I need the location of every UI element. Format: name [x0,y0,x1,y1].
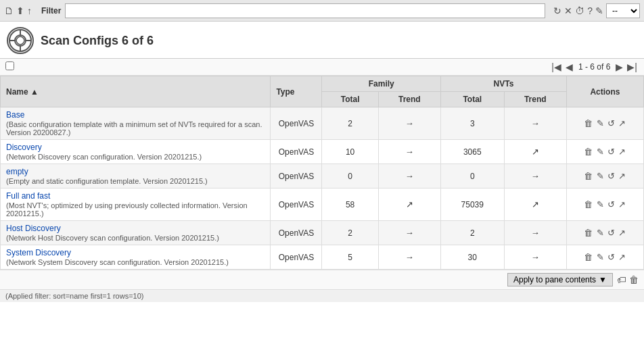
row-name-cell: System Discovery (Network System Discove… [1,245,271,270]
footer-delete-icon[interactable]: 🗑 [629,274,639,285]
clone-icon[interactable]: ↺ [607,171,615,181]
export-row-icon[interactable]: ↗ [618,228,626,238]
row-family-trend: → [378,164,440,189]
row-nvts-total: 75039 [440,189,504,221]
row-name-cell: Base (Basic configuration template with … [1,107,271,140]
refresh-icon[interactable]: ↻ [553,5,561,16]
export-row-icon[interactable]: ↗ [618,171,626,181]
row-name-link[interactable]: Full and fast [6,191,50,201]
row-family-total: 2 [322,221,378,245]
row-family-total: 2 [322,107,378,140]
row-desc: (Network Host Discovery scan configurati… [6,234,264,242]
toolbar: 🗋 ⬆ ↑ Filter ↻ ✕ ⏱ ? ✎ -- [0,0,644,22]
pagination-text: 1 - 6 of 6 [578,62,610,72]
edit-icon[interactable]: ✎ [597,171,604,181]
row-type: OpenVAS [271,164,322,189]
edit-filter-icon[interactable]: ✎ [595,5,603,16]
row-name-cell: empty (Empty and static configuration te… [1,164,271,189]
row-name-link[interactable]: System Discovery [6,248,71,257]
delete-icon[interactable]: 🗑 [584,147,593,157]
edit-icon[interactable]: ✎ [597,252,604,262]
upload-icon[interactable]: ⬆ [16,5,24,16]
row-actions: 🗑 ✎ ↺ ↗ [566,221,643,245]
row-nvts-trend: → [504,221,566,245]
apply-to-pane-btn[interactable]: Apply to pane contents ▼ [507,273,613,286]
col-nvts-group: NVTs [440,76,566,92]
table-row: Discovery (Network Discovery scan config… [1,140,644,164]
row-name-link[interactable]: Discovery [6,143,42,152]
export-row-icon[interactable]: ↗ [618,118,626,128]
filter-select[interactable]: -- [606,3,640,18]
row-name-link[interactable]: Host Discovery [6,224,61,233]
subheader: |◀ ◀ 1 - 6 of 6 ▶ ▶| [0,59,644,76]
table-footer: Apply to pane contents ▼ 🏷 🗑 [0,270,644,289]
row-type: OpenVAS [271,245,322,270]
table-row: System Discovery (Network System Discove… [1,245,644,270]
edit-icon[interactable]: ✎ [597,118,604,128]
row-family-total: 58 [322,189,378,221]
row-desc: (Most NVT's; optimized by using previous… [6,201,264,218]
first-page-btn[interactable]: |◀ [550,61,563,72]
table-row: Full and fast (Most NVT's; optimized by … [1,189,644,221]
row-nvts-trend: → [504,245,566,270]
row-name-link[interactable]: Base [6,110,24,120]
scan-configs-icon [7,27,34,54]
toolbar-right: ↻ ✕ ⏱ ? ✎ -- [553,3,640,18]
clone-icon[interactable]: ↺ [607,228,615,238]
col-name: Name ▲ [1,76,271,107]
export-row-icon[interactable]: ↗ [618,147,626,157]
page-header: Scan Configs 6 of 6 [0,22,644,59]
help-icon[interactable]: ? [587,5,593,16]
edit-icon[interactable]: ✎ [597,147,604,157]
next-page-btn[interactable]: ▶ [614,61,624,72]
row-nvts-total: 2 [440,221,504,245]
prev-page-btn[interactable]: ◀ [564,61,574,72]
row-desc: (Network System Discovery scan configura… [6,258,264,266]
col-actions: Actions [566,76,643,107]
timer-icon[interactable]: ⏱ [575,5,584,16]
delete-icon[interactable]: 🗑 [584,252,593,262]
row-name-cell: Host Discovery (Network Host Discovery s… [1,221,271,245]
row-family-trend: → [378,107,440,140]
clone-icon[interactable]: ↺ [607,199,615,209]
delete-icon[interactable]: 🗑 [584,199,593,209]
new-icon[interactable]: 🗋 [4,5,14,16]
export-row-icon[interactable]: ↗ [618,252,626,262]
export-icon[interactable]: ↑ [27,5,32,16]
row-family-total: 0 [322,164,378,189]
clear-icon[interactable]: ✕ [564,5,572,16]
col-nvts-trend: Trend [504,92,566,107]
select-all-checkbox-wrapper [5,61,14,72]
col-type: Type [271,76,322,107]
apply-btn-label: Apply to pane contents [513,275,596,284]
col-family-group: Family [322,76,440,92]
table-row: empty (Empty and static configuration te… [1,164,644,189]
table-row: Base (Basic configuration template with … [1,107,644,140]
footer-tag-icon[interactable]: 🏷 [617,274,626,285]
row-nvts-trend: ↗ [504,140,566,164]
row-family-total: 10 [322,140,378,164]
row-name-link[interactable]: empty [6,167,28,176]
row-desc: (Basic configuration template with a min… [6,120,264,136]
last-page-btn[interactable]: ▶| [626,61,639,72]
clone-icon[interactable]: ↺ [607,118,615,128]
edit-icon[interactable]: ✎ [597,199,604,209]
filter-input[interactable] [65,3,545,18]
row-desc: (Network Discovery scan configuration. V… [6,153,264,161]
clone-icon[interactable]: ↺ [607,147,615,157]
export-row-icon[interactable]: ↗ [618,199,626,209]
pagination: |◀ ◀ 1 - 6 of 6 ▶ ▶| [550,61,639,72]
delete-icon[interactable]: 🗑 [584,228,593,238]
col-family-total: Total [322,92,378,107]
row-family-trend: → [378,140,440,164]
delete-icon[interactable]: 🗑 [584,171,593,181]
row-nvts-total: 0 [440,164,504,189]
applied-filter-text: (Applied filter: sort=name first=1 rows=… [5,292,144,300]
clone-icon[interactable]: ↺ [607,252,615,262]
row-name-cell: Discovery (Network Discovery scan config… [1,140,271,164]
footer-icons: 🏷 🗑 [617,274,639,285]
delete-icon[interactable]: 🗑 [584,118,593,128]
select-all-checkbox[interactable] [5,61,14,70]
edit-icon[interactable]: ✎ [597,228,604,238]
row-actions: 🗑 ✎ ↺ ↗ [566,245,643,270]
